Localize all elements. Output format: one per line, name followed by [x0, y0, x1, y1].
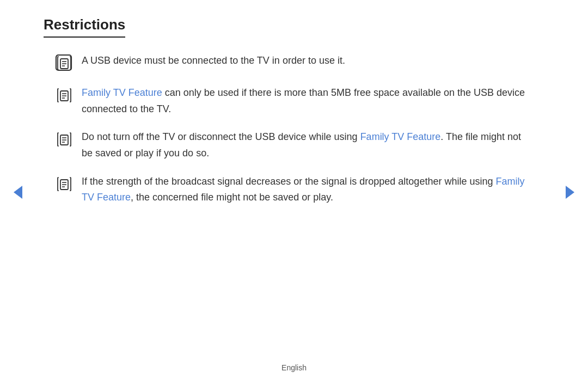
note-icon-4	[54, 174, 74, 194]
svg-marker-13	[14, 186, 22, 199]
note-icon-1	[54, 53, 74, 73]
note-item-4: If the strength of the broadcast signal …	[54, 174, 534, 206]
page-container: Restrictions A USB device must be connec…	[0, 0, 588, 384]
note-icon-3	[54, 130, 74, 149]
link-family-tv-3: Family TV Feature	[82, 176, 524, 203]
note-text-4: If the strength of the broadcast signal …	[82, 174, 534, 206]
link-family-tv-2: Family TV Feature	[360, 131, 441, 142]
link-family-tv-1: Family TV Feature	[82, 87, 162, 98]
content-area: A USB device must be connected to the TV…	[44, 53, 544, 206]
note-icon-2	[54, 86, 74, 105]
nav-arrow-right[interactable]	[563, 185, 578, 200]
note-item-1: A USB device must be connected to the TV…	[54, 53, 534, 73]
note-text-1: A USB device must be connected to the TV…	[82, 53, 534, 69]
note-text-2: Family TV Feature can only be used if th…	[82, 85, 534, 117]
page-title: Restrictions	[44, 16, 125, 38]
svg-marker-14	[566, 186, 574, 199]
note-text-3: Do not turn off the TV or disconnect the…	[82, 129, 534, 161]
nav-arrow-left[interactable]	[10, 185, 25, 200]
note-item-2: Family TV Feature can only be used if th…	[54, 85, 534, 117]
note-item-3: Do not turn off the TV or disconnect the…	[54, 129, 534, 161]
svg-rect-0	[56, 55, 71, 70]
footer-language: English	[281, 363, 307, 372]
